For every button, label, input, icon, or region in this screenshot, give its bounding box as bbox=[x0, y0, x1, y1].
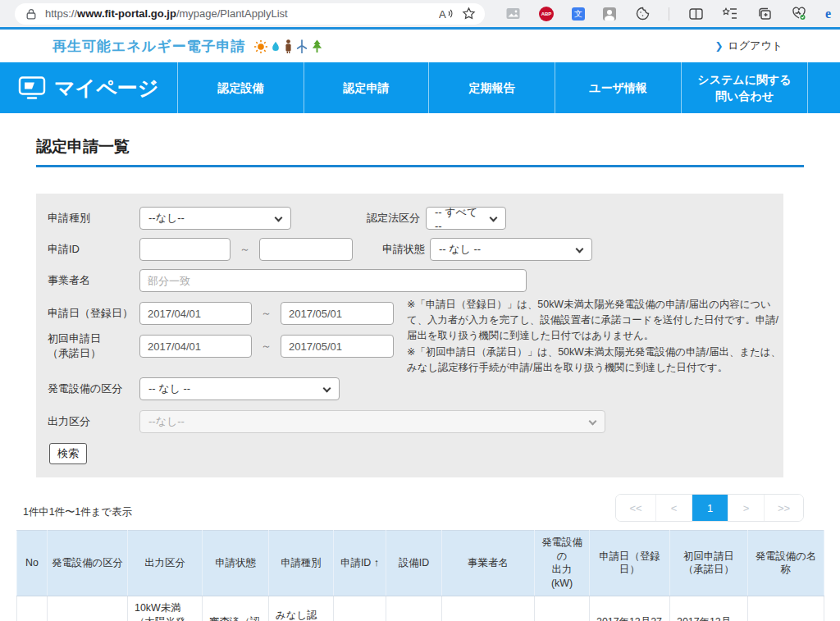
ie-mode-icon[interactable]: e bbox=[825, 7, 840, 21]
tree-icon bbox=[311, 39, 323, 53]
address-bar[interactable]: https://www.fit-portal.go.jp/mypage/Plan… bbox=[15, 3, 485, 25]
apply-type-label: 申請種別 bbox=[48, 211, 139, 226]
page-last-button[interactable]: >> bbox=[764, 495, 803, 521]
apply-date-label: 申請日（登録日） bbox=[48, 306, 139, 321]
results-table: No 発電設備の区分 出力区分 申請状態 申請種別 申請ID ↑ 設備ID 事業… bbox=[16, 530, 824, 621]
search-button[interactable]: 検索 bbox=[49, 443, 87, 464]
toolbar-divider bbox=[669, 7, 669, 21]
renewable-energy-icons bbox=[254, 39, 323, 53]
col-output-kw: 発電設備の 出力 (kW) bbox=[535, 531, 590, 596]
note-first-apply-date: ※「初回申請日（承諾日）」は、50kW未満太陽光発電設備の申請/届出、または、み… bbox=[407, 345, 783, 376]
biomass-person-icon bbox=[284, 39, 293, 53]
apply-status-value: -- なし -- bbox=[439, 242, 481, 257]
apply-type-select[interactable]: --なし-- bbox=[139, 207, 291, 230]
page-prev-button[interactable]: < bbox=[655, 495, 692, 521]
extension-icons: ABP 文 bbox=[504, 6, 840, 22]
site-logo[interactable]: 再生可能エネルギー電子申請 bbox=[52, 37, 246, 56]
output-class-label: 出力区分 bbox=[48, 414, 139, 429]
read-aloud-icon[interactable]: A bbox=[437, 6, 454, 22]
apply-date-to-input[interactable] bbox=[281, 302, 394, 325]
nav-system-inquiry[interactable]: システムに関する問い合わせ bbox=[681, 62, 807, 113]
collections-icon[interactable] bbox=[756, 6, 773, 22]
browser-essentials-icon[interactable] bbox=[791, 6, 807, 22]
search-form: 申請種別 --なし-- 認定法区分 -- すべて -- 申請ID ～ 申請状態 … bbox=[36, 194, 783, 477]
cell-apply-status: 審査済（認定） bbox=[203, 596, 269, 621]
col-output-class: 出力区分 bbox=[128, 531, 203, 596]
col-power-class: 発電設備の区分 bbox=[48, 531, 128, 596]
cell-output-kw: 3.4kW bbox=[535, 596, 590, 621]
chevron-down-icon bbox=[576, 245, 584, 253]
nav-user-info[interactable]: ユーザ情報 bbox=[555, 62, 681, 113]
date-field-notes: ※「申請日（登録日）」は、50kW未満太陽光発電設備の申請/届出の内容について、… bbox=[407, 297, 783, 376]
col-facility-name: 発電設備の名称 bbox=[748, 531, 824, 596]
col-no: No bbox=[17, 531, 48, 596]
col-apply-status: 申請状態 bbox=[203, 531, 269, 596]
result-count-text: 1件中1件〜1件まで表示 bbox=[23, 505, 132, 519]
col-first-apply-date: 初回申請日 （承諾日） bbox=[670, 531, 748, 596]
page-title-block: 認定申請一覧 bbox=[36, 136, 804, 167]
split-screen-icon[interactable] bbox=[687, 6, 704, 22]
cell-power-class: 太陽光 bbox=[48, 596, 128, 621]
first-apply-date-from-input[interactable] bbox=[139, 335, 252, 358]
page-title: 認定申請一覧 bbox=[36, 136, 804, 158]
cell-no: 1 bbox=[17, 596, 48, 621]
nav-mypage[interactable]: マイページ bbox=[0, 62, 177, 113]
first-apply-date-label: 初回申請日 （承諾日） bbox=[48, 331, 139, 361]
translate-extension-icon[interactable]: 文 bbox=[572, 7, 585, 21]
apply-status-label: 申請状態 bbox=[382, 242, 428, 257]
svg-text:A: A bbox=[439, 8, 446, 21]
col-apply-id-sorted[interactable]: 申請ID ↑ bbox=[334, 531, 386, 596]
nav-mypage-label: マイページ bbox=[54, 75, 158, 102]
cell-facility-name bbox=[748, 596, 824, 621]
browser-toolbar: https://www.fit-portal.go.jp/mypage/Plan… bbox=[0, 0, 840, 27]
table-header-row: No 発電設備の区分 出力区分 申請状態 申請種別 申請ID ↑ 設備ID 事業… bbox=[17, 531, 824, 596]
adblock-plus-icon[interactable]: ABP bbox=[539, 7, 554, 21]
favorites-hub-icon[interactable] bbox=[722, 6, 738, 22]
col-apply-date: 申請日（登録日） bbox=[590, 531, 670, 596]
note-apply-date: ※「申請日（登録日）」は、50kW未満太陽光発電設備の申請/届出の内容について、… bbox=[407, 297, 783, 345]
range-tilde: ～ bbox=[240, 242, 250, 257]
pagination: << < 1 > >> bbox=[615, 494, 804, 522]
operator-name-input[interactable] bbox=[139, 269, 527, 292]
law-class-select[interactable]: -- すべて -- bbox=[426, 207, 506, 230]
extensions-cookie-icon[interactable] bbox=[634, 6, 651, 22]
nav-certified-facility[interactable]: 認定設備 bbox=[177, 62, 304, 113]
power-class-select[interactable]: -- なし -- bbox=[139, 377, 340, 400]
site-header: 再生可能エネルギー電子申請 ❯ ログアウト bbox=[0, 30, 840, 62]
logout-link[interactable]: ❯ ログアウト bbox=[714, 30, 783, 62]
cell-apply-date: 2017年12月27日 bbox=[590, 596, 670, 621]
screenshot-extension-icon[interactable] bbox=[504, 6, 521, 22]
apply-id-from-input[interactable] bbox=[139, 238, 231, 261]
power-class-label: 発電設備の区分 bbox=[48, 381, 139, 396]
operator-name-label: 事業者名 bbox=[48, 273, 139, 288]
apply-status-select[interactable]: -- なし -- bbox=[430, 238, 592, 261]
apply-type-value: --なし-- bbox=[148, 211, 185, 226]
favorite-star-icon[interactable] bbox=[460, 6, 477, 22]
page-next-button[interactable]: > bbox=[728, 495, 764, 521]
cell-first-apply-date: 2017年12月27日 bbox=[670, 596, 748, 621]
main-content: 認定申請一覧 申請種別 --なし-- 認定法区分 -- すべて -- 申請ID … bbox=[0, 113, 840, 621]
apply-id-to-input[interactable] bbox=[259, 238, 353, 261]
page-1-button[interactable]: 1 bbox=[692, 495, 728, 521]
wind-turbine-icon bbox=[295, 39, 308, 53]
first-apply-date-to-input[interactable] bbox=[281, 335, 394, 358]
sun-icon bbox=[254, 40, 267, 53]
apply-id-label: 申請ID bbox=[48, 242, 139, 257]
col-apply-type: 申請種別 bbox=[269, 531, 334, 596]
water-drop-icon bbox=[270, 40, 281, 53]
nav-periodic-report[interactable]: 定期報告 bbox=[428, 62, 555, 113]
col-operator-name: 事業者名 bbox=[442, 531, 535, 596]
chevron-down-icon bbox=[275, 214, 283, 222]
profile-extension-icon[interactable] bbox=[603, 7, 616, 21]
power-class-value: -- なし -- bbox=[148, 381, 190, 396]
cell-apply-type: みなし認定移行手続き bbox=[269, 596, 334, 621]
monitor-icon bbox=[18, 75, 46, 100]
range-tilde: ～ bbox=[261, 306, 272, 321]
url-text: https://www.fit-portal.go.jp/mypage/Plan… bbox=[45, 7, 437, 20]
page-first-button[interactable]: << bbox=[616, 495, 655, 521]
results-table-wrap: No 発電設備の区分 出力区分 申請状態 申請種別 申請ID ↑ 設備ID 事業… bbox=[16, 530, 824, 621]
results-bar: 1件中1件〜1件まで表示 << < 1 > >> bbox=[0, 494, 840, 525]
law-class-label: 認定法区分 bbox=[367, 211, 424, 226]
nav-certification-apply[interactable]: 認定申請 bbox=[304, 62, 428, 113]
apply-date-from-input[interactable] bbox=[139, 302, 252, 325]
